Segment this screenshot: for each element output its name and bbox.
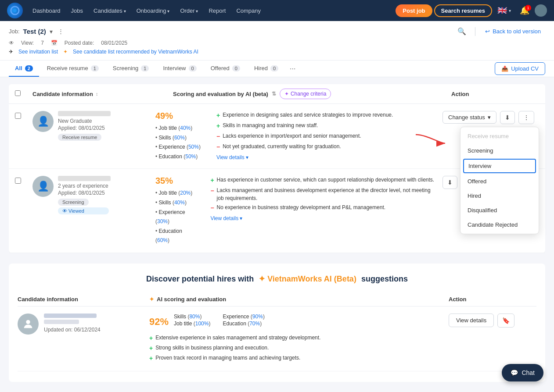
table-row: 👤 New Graduate Applied: 08/01/2025 Recei… <box>9 104 545 169</box>
score-percentage: 35% <box>155 176 194 186</box>
nav-dashboard[interactable]: Dashboard <box>28 5 65 17</box>
chat-icon: 💬 <box>511 369 518 376</box>
main-content: Candidate information ↕ Scoring and eval… <box>0 77 554 389</box>
plus-icon: + <box>149 344 153 353</box>
dropdown-item-interview[interactable]: Interview <box>463 159 536 173</box>
view-label: View: <box>21 40 34 46</box>
tab-receive-count: 1 <box>91 65 99 71</box>
col-action-label: Action <box>451 91 469 97</box>
ai-action-area: View details 🔖 <box>449 314 536 328</box>
select-all-checkbox[interactable] <box>15 90 21 96</box>
ai-candidate-row: Updated on: 06/12/2024 92% Skills (80%) … <box>18 306 536 371</box>
nav-candidates[interactable]: Candidates <box>89 5 130 17</box>
more-options-button[interactable]: ⋮ <box>518 111 534 124</box>
dropdown-item-disqualified[interactable]: Disqualified <box>460 203 539 217</box>
eval-plus-item: + Skills in managing and training new st… <box>216 121 393 131</box>
chevron-down-icon: ▾ <box>240 215 242 221</box>
ai-table-header: Candidate information ✦ AI scoring and e… <box>18 292 536 306</box>
dropdown-item-offered[interactable]: Offered <box>460 174 539 189</box>
candidate-checkbox-2[interactable] <box>15 178 21 184</box>
score-breakdown: • Job title (20%) • Skills (40%) • Exper… <box>155 189 194 246</box>
header-search-icon[interactable]: 🔍 <box>454 25 470 37</box>
back-to-version-link[interactable]: ↩ Back to old version <box>481 26 545 36</box>
eval-plus-item: + Experience in designing sales and serv… <box>216 111 393 120</box>
view-details-button[interactable]: View details ▾ <box>210 215 438 221</box>
job-dropdown-icon[interactable]: ▾ <box>50 28 53 35</box>
dropdown-item-hired[interactable]: Hired <box>460 189 539 203</box>
sparkle-criteria-icon: ✦ <box>284 91 289 97</box>
logo[interactable] <box>7 3 23 18</box>
candidate-applied-date: Applied: 08/01/2025 <box>58 125 111 131</box>
change-criteria-button[interactable]: ✦ Change criteria <box>280 89 331 99</box>
posted-date: 08/01/2025 <box>101 40 127 46</box>
post-job-button[interactable]: Post job <box>396 4 432 17</box>
ai-score-grid: Skills (80%) Experience (90%) Job title … <box>174 314 265 327</box>
more-tabs-button[interactable]: ··· <box>286 65 299 73</box>
ai-candidate-link[interactable]: See candidate list recommended by Vietna… <box>73 49 198 55</box>
back-icon: ↩ <box>485 28 490 35</box>
download-button-2[interactable]: ⬇ <box>442 176 457 189</box>
eye-icon: 👁 <box>62 208 67 214</box>
ai-section-title: Discover potential hires with ✦ VietnamW… <box>18 274 536 284</box>
view-count: 7 <box>41 40 44 46</box>
svg-point-1 <box>13 9 16 12</box>
score-breakdown: • Job title (40%) • Skills (60%) • Exper… <box>155 124 201 161</box>
invitation-list-link[interactable]: See invitation list <box>18 49 58 55</box>
notifications-bell[interactable]: 🔔 1 <box>516 4 533 17</box>
calendar-icon: 📅 <box>51 40 58 46</box>
ai-col-action: Action <box>449 296 536 303</box>
candidate-checkbox-1[interactable] <box>15 113 21 119</box>
nav-order[interactable]: Order <box>176 5 202 17</box>
svg-point-3 <box>26 320 30 324</box>
chat-button[interactable]: 💬 Chat <box>502 364 543 381</box>
dropdown-item-receive-resume[interactable]: Receive resume <box>460 129 539 143</box>
ai-score-percentage: 92% <box>149 316 169 328</box>
language-selector[interactable]: 🇬🇧 ▾ <box>494 4 514 17</box>
ai-bookmark-button[interactable]: 🔖 <box>497 314 514 328</box>
nav-jobs[interactable]: Jobs <box>67 5 87 17</box>
nav-onboarding[interactable]: Onboarding <box>132 5 174 17</box>
plus-icon: + <box>216 121 220 131</box>
search-resumes-button[interactable]: Search resumes <box>434 4 492 17</box>
user-avatar[interactable] <box>535 4 547 17</box>
ai-sparkle-icon: ✦ <box>149 296 154 303</box>
tab-hired-count: 0 <box>270 65 278 71</box>
view-icon: 👁 <box>9 40 14 46</box>
minus-icon: − <box>216 143 220 152</box>
ai-eval-plus-1: + Extensive experience in sales manageme… <box>149 334 449 343</box>
eval-minus-item: − No experience in business strategy dev… <box>210 203 438 213</box>
sparkle-icon: ✦ <box>63 49 68 55</box>
job-more-button[interactable]: ⋮ <box>58 28 64 35</box>
tab-all[interactable]: All 2 <box>9 61 39 77</box>
plus-icon: + <box>149 334 153 343</box>
tab-offered-count: 0 <box>232 65 240 71</box>
status-dropdown-menu: Receive resume Screening Interview Offer… <box>460 127 539 234</box>
page-header: Job: Test (2) ▾ ⋮ 🔍 ↩ Back to old versio… <box>0 21 554 61</box>
upload-cv-button[interactable]: 📤 Upload CV <box>495 62 545 75</box>
minus-icon: − <box>216 132 220 141</box>
ai-candidate-sub-blurred <box>44 320 79 324</box>
tab-interview[interactable]: Interview 0 <box>157 61 202 77</box>
tab-offered[interactable]: Offered 0 <box>205 61 246 77</box>
upload-icon: 📤 <box>501 65 508 72</box>
plus-icon: + <box>210 176 214 185</box>
sort-icon[interactable]: ↕ <box>96 91 98 96</box>
plus-icon: + <box>216 111 220 120</box>
download-button[interactable]: ⬇ <box>500 111 515 124</box>
tab-hired[interactable]: Hired 0 <box>248 61 284 77</box>
ai-col-scoring: ✦ AI scoring and evaluation <box>149 296 449 303</box>
ai-view-details-button[interactable]: View details <box>449 314 494 327</box>
filter-icon[interactable]: ⇅ <box>272 91 276 97</box>
job-label: Job: <box>9 28 20 35</box>
nav-report[interactable]: Report <box>204 5 230 17</box>
nav-company[interactable]: Company <box>232 5 265 17</box>
job-title: Test (2) <box>23 28 46 35</box>
change-status-button[interactable]: Change status ▾ <box>442 111 496 124</box>
view-details-button[interactable]: View details ▾ <box>216 154 393 160</box>
dropdown-item-screening[interactable]: Screening <box>460 143 539 158</box>
tab-interview-count: 0 <box>189 65 197 71</box>
dropdown-item-candidate-rejected[interactable]: Candidate Rejected <box>460 217 539 232</box>
notification-badge: 1 <box>525 5 531 11</box>
tab-receive-resume[interactable]: Receive resume 1 <box>41 61 105 77</box>
tab-screening[interactable]: Screening 1 <box>107 61 155 77</box>
